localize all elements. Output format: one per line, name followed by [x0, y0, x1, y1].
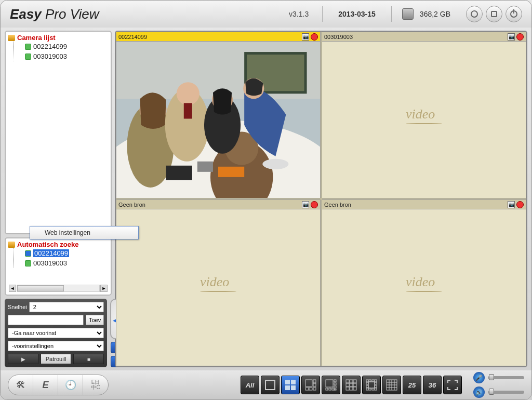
- version-label: v3.1.3: [275, 6, 323, 22]
- svg-rect-50: [372, 380, 374, 382]
- layout-4-button[interactable]: [281, 376, 300, 394]
- svg-rect-30: [326, 380, 333, 387]
- disk-status: 368,2 GB: [392, 8, 461, 20]
- record-icon[interactable]: [311, 201, 318, 208]
- svg-rect-19: [265, 380, 275, 390]
- power-button[interactable]: [506, 6, 522, 22]
- speed-label: Snelhei: [8, 304, 27, 310]
- svg-rect-11: [184, 103, 192, 118]
- search-item-selected[interactable]: 002214099: [14, 248, 109, 258]
- video-placeholder: video: [200, 274, 236, 292]
- scroll-left-icon[interactable]: ◄: [9, 285, 16, 292]
- minimize-button[interactable]: [466, 6, 483, 22]
- scroll-thumb[interactable]: [17, 285, 64, 291]
- snapshot-icon[interactable]: 📷: [302, 33, 309, 41]
- svg-rect-27: [305, 388, 309, 390]
- clock-icon: 🕘: [65, 379, 76, 391]
- disk-icon: [402, 8, 414, 20]
- snapshot-icon[interactable]: 📷: [302, 201, 309, 208]
- search-item[interactable]: 003019003: [14, 258, 109, 268]
- stop-patrol-button[interactable]: ■: [73, 354, 104, 364]
- svg-rect-36: [332, 388, 334, 390]
- svg-rect-23: [291, 385, 296, 390]
- mic-slider[interactable]: [488, 376, 524, 379]
- video-cell-1[interactable]: 002214099 📷: [116, 32, 321, 198]
- snapshot-icon[interactable]: 📷: [508, 33, 515, 41]
- svg-rect-15: [166, 166, 192, 180]
- record-icon[interactable]: [516, 201, 524, 208]
- camera-item[interactable]: 002214099: [14, 42, 109, 51]
- fullscreen-button[interactable]: [443, 376, 462, 394]
- video-cell-4[interactable]: Geen bron 📷 video: [322, 199, 526, 366]
- video-placeholder: video: [406, 274, 442, 292]
- svg-rect-41: [346, 383, 349, 386]
- preset-name-input[interactable]: [8, 315, 84, 325]
- video-cell-3[interactable]: Geen bron 📷 video: [116, 199, 321, 366]
- speaker-slider[interactable]: [488, 391, 524, 394]
- svg-rect-55: [375, 385, 377, 388]
- add-preset-button[interactable]: Toev: [86, 315, 104, 325]
- layout-36-button[interactable]: 36: [423, 376, 442, 394]
- svg-rect-39: [350, 380, 353, 383]
- svg-rect-42: [350, 383, 353, 386]
- svg-rect-46: [353, 387, 356, 390]
- auto-search-title: Automatisch zoeke: [8, 241, 109, 248]
- layout-16-button[interactable]: [382, 376, 401, 394]
- svg-rect-52: [366, 382, 368, 384]
- record-icon[interactable]: [516, 33, 524, 41]
- cell-label: 003019003: [324, 34, 353, 40]
- svg-rect-28: [309, 388, 312, 390]
- layout-1-button[interactable]: [261, 376, 280, 394]
- auto-search-panel: Automatisch zoeke 002214099 003019003 ◄ …: [5, 237, 112, 296]
- speed-select[interactable]: 2: [29, 302, 104, 312]
- svg-rect-29: [313, 388, 316, 390]
- svg-rect-24: [305, 380, 312, 386]
- settings-button[interactable]: 🛠: [8, 375, 33, 395]
- context-menu-item-web-settings[interactable]: Web instellingen: [30, 226, 138, 239]
- schedule-button[interactable]: 🕘: [58, 375, 83, 395]
- mic-icon[interactable]: 🎤: [473, 372, 485, 383]
- layout-8-button[interactable]: [322, 376, 340, 394]
- language-button[interactable]: E日 中C: [83, 375, 108, 395]
- svg-rect-25: [313, 380, 316, 383]
- svg-rect-53: [375, 382, 377, 384]
- svg-rect-45: [350, 387, 353, 390]
- scroll-right-icon[interactable]: ►: [100, 285, 108, 292]
- play-button[interactable]: ▶: [8, 354, 38, 364]
- layout-all-button[interactable]: All: [241, 376, 259, 394]
- layout-25-button[interactable]: 25: [403, 376, 421, 394]
- svg-rect-56: [366, 388, 368, 390]
- svg-rect-34: [326, 388, 328, 390]
- grid8-icon: [324, 378, 338, 392]
- log-button[interactable]: E: [33, 375, 58, 395]
- stop-button[interactable]: [486, 6, 502, 22]
- camera-status-icon: [25, 250, 31, 257]
- record-icon[interactable]: [311, 33, 318, 41]
- context-menu: Web instellingen: [30, 226, 139, 239]
- layout-13-button[interactable]: [362, 376, 381, 394]
- preset-controls: Snelhei 2 Toev -Ga naar voorinst -voorin…: [5, 299, 107, 367]
- grid13-icon: [365, 378, 378, 392]
- camera-list-panel: Camera lijst 002214099 003019003: [5, 31, 112, 234]
- svg-rect-47: [368, 382, 375, 388]
- speaker-icon[interactable]: 🔊: [473, 386, 485, 398]
- camera-status-icon: [25, 44, 31, 50]
- video-placeholder: video: [406, 106, 442, 124]
- layout-9-button[interactable]: [342, 376, 361, 394]
- horizontal-scrollbar[interactable]: ◄ ►: [9, 284, 108, 292]
- camera-item[interactable]: 003019003: [14, 51, 109, 61]
- patrol-button[interactable]: Patrouill: [41, 354, 71, 364]
- svg-rect-43: [353, 383, 356, 386]
- video-feed: [116, 42, 320, 198]
- video-cell-2[interactable]: 003019003 📷 video: [322, 32, 526, 198]
- grid9-icon: [344, 378, 358, 392]
- svg-rect-48: [366, 380, 368, 382]
- svg-rect-20: [285, 380, 290, 384]
- set-preset-select[interactable]: -voorinstellingen: [8, 341, 104, 351]
- grid6-icon: [304, 378, 317, 392]
- svg-rect-38: [346, 380, 349, 383]
- layout-6-button[interactable]: [301, 376, 320, 394]
- snapshot-icon[interactable]: 📷: [508, 201, 515, 208]
- svg-rect-17: [197, 162, 213, 172]
- goto-preset-select[interactable]: -Ga naar voorinst: [8, 328, 104, 338]
